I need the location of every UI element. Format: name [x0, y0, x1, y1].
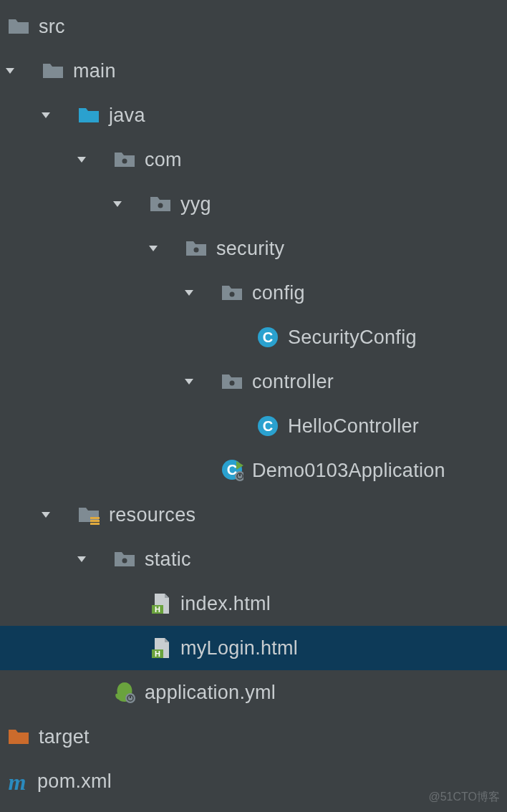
resources-folder-icon	[77, 503, 100, 526]
package-icon	[113, 148, 136, 171]
spring-config-icon	[113, 681, 136, 704]
tree-label: java	[109, 105, 145, 127]
tree-item-yyg[interactable]: yyg	[0, 182, 507, 226]
tree-label: main	[73, 60, 116, 82]
tree-label: config	[252, 282, 305, 304]
tree-item-security[interactable]: security	[0, 226, 507, 271]
folder-icon	[7, 15, 30, 38]
excluded-folder-icon	[7, 725, 30, 748]
tree-label: com	[145, 149, 182, 171]
tree-label: controller	[252, 371, 334, 393]
package-icon	[221, 281, 243, 304]
tree-item-resources[interactable]: resources	[0, 493, 507, 537]
package-icon	[113, 548, 136, 571]
package-icon	[149, 193, 172, 216]
tree-item-config[interactable]: config	[0, 271, 507, 315]
tree-label: application.yml	[145, 682, 276, 704]
chevron-down-icon[interactable]	[182, 287, 196, 299]
chevron-down-icon[interactable]	[39, 509, 53, 521]
class-icon	[256, 415, 279, 438]
tree-item-main[interactable]: main	[0, 49, 507, 93]
maven-icon	[6, 770, 29, 793]
tree-label: yyg	[180, 193, 211, 216]
chevron-down-icon[interactable]	[74, 154, 89, 165]
tree-item-security-config[interactable]: SecurityConfig	[0, 315, 507, 359]
tree-label: target	[39, 726, 90, 748]
chevron-down-icon[interactable]	[3, 65, 17, 77]
tree-label: resources	[109, 504, 195, 526]
html-file-icon	[149, 637, 172, 659]
tree-item-com[interactable]: com	[0, 137, 507, 182]
folder-icon	[42, 59, 64, 82]
tree-label: HelloController	[288, 415, 419, 438]
tree-item-index-html[interactable]: index.html	[0, 581, 507, 626]
project-tree: src main java com yyg security	[0, 0, 507, 803]
source-folder-icon	[77, 104, 100, 127]
tree-label: SecurityConfig	[288, 327, 417, 349]
tree-label: static	[145, 548, 191, 571]
tree-item-controller[interactable]: controller	[0, 359, 507, 404]
watermark: @51CTO博客	[428, 790, 500, 805]
tree-label: myLogin.html	[180, 637, 298, 659]
tree-label: Demo0103Application	[252, 460, 445, 482]
tree-item-hello-controller[interactable]: HelloController	[0, 404, 507, 448]
chevron-down-icon[interactable]	[146, 243, 160, 254]
tree-item-demo-application[interactable]: Demo0103Application	[0, 448, 507, 493]
tree-item-java[interactable]: java	[0, 93, 507, 137]
chevron-down-icon[interactable]	[110, 198, 125, 210]
tree-label: index.html	[180, 593, 271, 615]
chevron-down-icon[interactable]	[182, 376, 196, 387]
chevron-down-icon[interactable]	[74, 554, 89, 565]
tree-item-mylogin-html[interactable]: myLogin.html	[0, 626, 507, 670]
class-icon	[256, 326, 279, 349]
tree-label: src	[39, 16, 65, 38]
tree-item-application-yml[interactable]: application.yml	[0, 670, 507, 715]
html-file-icon	[149, 592, 172, 615]
tree-label: pom.xml	[37, 770, 112, 793]
package-icon	[185, 237, 208, 260]
tree-label: security	[216, 238, 284, 260]
tree-item-target[interactable]: target	[0, 715, 507, 759]
spring-run-icon	[221, 459, 243, 482]
package-icon	[221, 370, 243, 393]
chevron-down-icon[interactable]	[39, 110, 53, 121]
tree-item-static[interactable]: static	[0, 537, 507, 581]
tree-item-src[interactable]: src	[0, 4, 507, 49]
